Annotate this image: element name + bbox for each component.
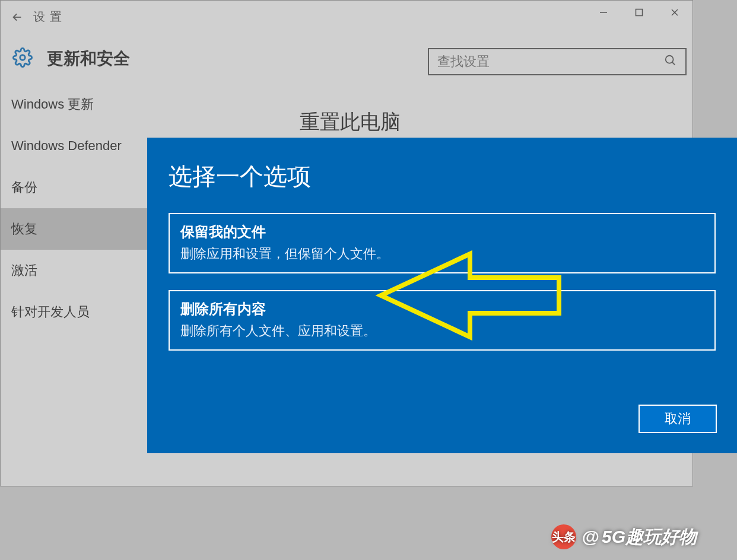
cancel-button[interactable]: 取消 xyxy=(638,405,717,433)
option-desc: 删除应用和设置，但保留个人文件。 xyxy=(180,245,704,263)
option-remove-all[interactable]: 删除所有内容 删除所有个人文件、应用和设置。 xyxy=(169,290,716,351)
main-heading: 重置此电脑 xyxy=(300,109,692,136)
search-box[interactable] xyxy=(428,48,687,75)
window-controls xyxy=(586,1,692,24)
watermark: 头条 @ 5G趣玩好物 xyxy=(551,524,697,549)
option-title: 保留我的文件 xyxy=(180,222,704,241)
page-title: 更新和安全 xyxy=(47,47,130,70)
watermark-at: @ xyxy=(582,527,599,547)
search-icon xyxy=(664,54,677,69)
svg-point-4 xyxy=(20,55,26,60)
close-icon xyxy=(671,8,679,17)
minimize-icon xyxy=(599,8,608,17)
option-keep-files[interactable]: 保留我的文件 删除应用和设置，但保留个人文件。 xyxy=(169,213,716,273)
back-button[interactable] xyxy=(1,1,33,33)
sidebar-item-label: 备份 xyxy=(11,179,37,196)
maximize-icon xyxy=(635,8,643,17)
sidebar-item-windows-update[interactable]: Windows 更新 xyxy=(1,84,279,125)
reset-dialog: 选择一个选项 保留我的文件 删除应用和设置，但保留个人文件。 删除所有内容 删除… xyxy=(147,138,737,453)
search-input[interactable] xyxy=(437,54,664,69)
sidebar-item-label: 针对开发人员 xyxy=(11,303,90,321)
titlebar: 设置 xyxy=(1,1,692,33)
gear-icon xyxy=(12,47,33,70)
back-arrow-icon xyxy=(11,11,24,24)
option-title: 删除所有内容 xyxy=(180,300,704,319)
watermark-handle: 5G趣玩好物 xyxy=(602,525,697,549)
close-button[interactable] xyxy=(657,1,692,24)
option-desc: 删除所有个人文件、应用和设置。 xyxy=(180,322,704,340)
svg-rect-1 xyxy=(636,9,643,16)
sidebar-item-label: 激活 xyxy=(11,262,37,279)
svg-line-6 xyxy=(672,62,675,65)
svg-point-5 xyxy=(666,56,674,63)
window-title: 设置 xyxy=(33,9,66,25)
sidebar-item-label: Windows Defender xyxy=(11,138,122,154)
cancel-label: 取消 xyxy=(665,410,691,428)
watermark-logo: 头条 xyxy=(551,524,576,549)
dialog-title: 选择一个选项 xyxy=(169,160,737,193)
sidebar-item-label: Windows 更新 xyxy=(11,96,94,113)
sidebar-item-label: 恢复 xyxy=(11,220,37,238)
minimize-button[interactable] xyxy=(586,1,621,24)
maximize-button[interactable] xyxy=(621,1,657,24)
